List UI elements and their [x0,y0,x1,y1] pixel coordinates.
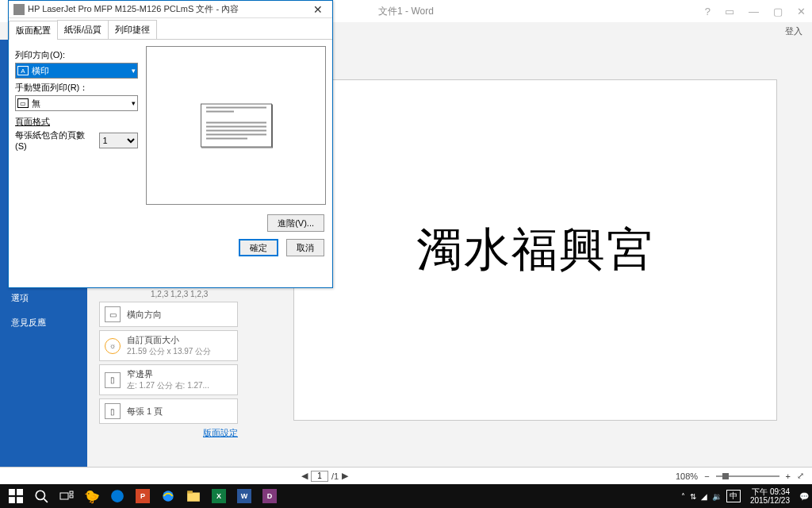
word-statusbar: ◀ /1 ▶ 108% − + ⤢ [0,467,812,484]
print-options: ▭ 橫向方向 ☼ 自訂頁面大小 21.59 公分 x 13.97 公分 ▯ 窄邊… [99,302,238,439]
maximize-icon[interactable]: ▢ [773,6,783,17]
dialog-tabs: 版面配置 紙張/品質 列印捷徑 [9,18,332,40]
chevron-down-icon: ▾ [132,67,136,75]
svg-rect-0 [9,489,15,495]
zoom-slider[interactable] [716,475,779,477]
print-item-margins[interactable]: ▯ 窄邊界 左: 1.27 公分 右: 1.27... [99,364,238,395]
print-item-label: 窄邊界 [127,369,153,379]
orientation-value: 橫印 [32,65,49,77]
pagesize-icon: ☼ [105,338,121,354]
prev-page-icon[interactable]: ◀ [301,471,308,481]
close-icon[interactable]: ✕ [797,6,806,17]
print-item-label: 每張 1 頁 [127,406,163,416]
page-setup-link[interactable]: 版面設定 [99,427,238,439]
clock-time: 下午 09:34 [750,487,790,496]
advanced-button[interactable]: 進階(V)... [267,214,324,232]
dialog-preview [146,46,326,205]
excel-icon[interactable]: X [206,484,232,508]
explorer-icon[interactable] [181,484,206,508]
clock-date: 2015/12/23 [750,496,790,505]
printer-properties-dialog: HP LaserJet Pro MFP M125-M126 PCLmS 文件 -… [8,0,333,288]
svg-point-4 [36,491,44,499]
duplex-value: 無 [32,98,40,110]
tab-layout[interactable]: 版面配置 [9,21,58,40]
close-icon[interactable]: ✕ [308,3,327,16]
next-page-icon[interactable]: ▶ [342,471,348,481]
svg-rect-11 [187,493,200,502]
svg-point-9 [111,490,124,502]
clock[interactable]: 下午 09:34 2015/12/23 [745,487,795,505]
print-item-label: 自訂頁面大小 [127,335,179,344]
ime-indicator[interactable]: 中 [726,490,741,502]
duplex-icon: ▭ [17,98,29,108]
page-total: /1 [331,471,339,481]
svg-rect-7 [70,491,73,494]
wifi-icon[interactable]: ◢ [701,492,707,501]
fit-icon[interactable]: ⤢ [797,471,804,481]
advanced-row: 進階(V)... [9,211,332,232]
orientation-label: 列印方向(O): [15,49,138,61]
taskview-icon[interactable] [54,484,79,508]
taskbar: 🐤 P X W D ˄ ⇅ ◢ 🔉 中 下午 09:34 2015/12/23 … [0,484,812,508]
print-item-pagesize[interactable]: ☼ 自訂頁面大小 21.59 公分 x 13.97 公分 [99,330,238,361]
pps-icon: ▯ [105,403,121,419]
onenote-icon[interactable]: D [257,484,282,508]
printer-icon [13,4,25,15]
svg-rect-12 [187,491,193,493]
search-icon[interactable] [29,484,54,508]
pps-label: 每張紙包含的頁數(S) [15,129,96,151]
cancel-button[interactable]: 取消 [286,239,324,256]
sidebar-item-options[interactable]: 選項 [0,286,87,310]
help-icon[interactable]: ? [705,6,710,17]
word-title: 文件1 - Word [378,5,434,18]
page-input[interactable] [311,471,328,482]
minimize-icon[interactable]: — [749,6,759,17]
dialog-title: HP LaserJet Pro MFP M125-M126 PCLmS 文件 -… [28,3,239,15]
svg-rect-2 [9,497,15,503]
dialog-body: 列印方向(O): A 橫印 ▾ 手動雙面列印(R)： ▭ 無 ▾ 頁面格式 每張… [9,40,332,211]
duplex-label: 手動雙面列印(R)： [15,82,138,94]
dialog-titlebar[interactable]: HP LaserJet Pro MFP M125-M126 PCLmS 文件 -… [9,1,332,18]
dialog-left-panel: 列印方向(O): A 橫印 ▾ 手動雙面列印(R)： ▭ 無 ▾ 頁面格式 每張… [15,46,138,205]
collation-hint: 1,2,3 1,2,3 1,2,3 [151,290,208,298]
document-text: 濁水福興宮 [416,219,654,281]
network-icon[interactable]: ⇅ [690,492,696,501]
page-format-label: 頁面格式 [15,116,138,128]
print-item-orientation[interactable]: ▭ 橫向方向 [99,302,238,327]
pps-select[interactable]: 1 [99,133,138,148]
svg-rect-8 [70,495,73,498]
print-item-label: 橫向方向 [127,310,162,319]
print-item-pps[interactable]: ▯ 每張 1 頁 [99,398,238,424]
start-button[interactable] [3,484,29,508]
ok-button[interactable]: 確定 [239,239,278,256]
sidebar-item-feedback[interactable]: 意見反應 [0,310,87,335]
orientation-icon: ▭ [105,306,121,322]
zoom-label: 108% [676,471,698,481]
edge-icon[interactable] [105,484,130,508]
print-item-sub: 左: 1.27 公分 右: 1.27... [127,380,209,391]
tray-chevron-icon[interactable]: ˄ [681,492,685,501]
app-icon[interactable]: 🐤 [79,484,105,508]
tab-paper[interactable]: 紙張/品質 [57,20,109,39]
notifications-icon[interactable]: 💬 [799,492,809,501]
window-controls: ? ▭ — ▢ ✕ [705,6,806,17]
options-icon[interactable]: ▭ [725,6,734,17]
zoom-out-icon[interactable]: − [704,471,709,481]
dialog-buttons: 確定 取消 [9,232,332,264]
svg-rect-1 [17,489,23,495]
svg-rect-3 [17,497,23,503]
zoom-in-icon[interactable]: + [786,471,791,481]
chevron-down-icon: ▾ [132,99,136,107]
print-item-sub: 21.59 公分 x 13.97 公分 [127,346,211,357]
login-link[interactable]: 登入 [785,25,802,37]
orientation-combo[interactable]: A 橫印 ▾ [15,63,138,79]
ie-icon[interactable] [155,484,181,508]
margins-icon: ▯ [105,372,121,388]
word-icon[interactable]: W [232,484,257,508]
volume-icon[interactable]: 🔉 [712,492,722,501]
svg-rect-6 [60,493,68,499]
powerpoint-icon[interactable]: P [130,484,155,508]
page-nav: ◀ /1 ▶ [301,471,348,482]
tab-shortcuts[interactable]: 列印捷徑 [108,20,157,39]
duplex-combo[interactable]: ▭ 無 ▾ [15,95,138,111]
